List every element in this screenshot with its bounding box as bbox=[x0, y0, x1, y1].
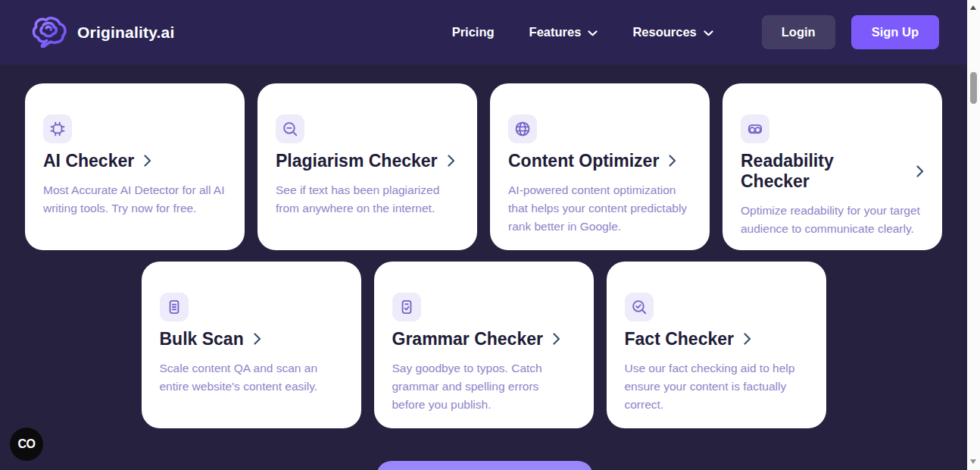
nav-item-pricing[interactable]: Pricing bbox=[452, 25, 495, 39]
nav-item-features[interactable]: Features bbox=[529, 25, 598, 39]
nav-item-resources[interactable]: Resources bbox=[632, 25, 713, 39]
brain-icon bbox=[30, 14, 68, 51]
goggles-icon bbox=[741, 114, 769, 143]
features-grid: AI Checker Most Accurate AI Detector for… bbox=[0, 64, 967, 428]
card-description: Use our fact checking aid to help ensure… bbox=[625, 359, 808, 414]
card-title-text: Content Optimizer bbox=[508, 151, 659, 171]
card-title-text: Bulk Scan bbox=[160, 329, 244, 349]
card-row-2: Bulk Scan Scale content QA and scan an e… bbox=[0, 262, 967, 428]
login-button[interactable]: Login bbox=[762, 15, 835, 49]
globe-icon bbox=[508, 114, 537, 143]
document-lines-icon bbox=[160, 293, 189, 321]
card-title: AI Checker bbox=[43, 151, 226, 171]
card-title: Plagiarism Checker bbox=[276, 151, 459, 171]
card-title: Readability Checker bbox=[741, 151, 924, 192]
card-title: Grammar Checker bbox=[392, 329, 576, 349]
co-widget-button[interactable]: CO bbox=[10, 428, 43, 461]
card-row-1: AI Checker Most Accurate AI Detector for… bbox=[0, 83, 967, 250]
scroll-down-arrow-icon[interactable] bbox=[970, 459, 976, 464]
clipboard-check-icon bbox=[392, 293, 421, 321]
card-title-text: AI Checker bbox=[43, 151, 134, 171]
card-title-text: Readability Checker bbox=[741, 151, 907, 192]
card-plagiarism-checker[interactable]: Plagiarism Checker See if text has been … bbox=[257, 83, 477, 250]
chevron-down-icon bbox=[704, 25, 713, 39]
card-description: See if text has been plagiarized from an… bbox=[276, 181, 459, 218]
scroll-up-arrow-icon[interactable] bbox=[970, 5, 976, 10]
card-title: Fact Checker bbox=[625, 329, 808, 349]
card-ai-checker[interactable]: AI Checker Most Accurate AI Detector for… bbox=[25, 83, 245, 250]
main-nav: Pricing Features Resources bbox=[452, 25, 713, 39]
card-description: AI-powered content optimization that hel… bbox=[508, 181, 691, 236]
chip-icon bbox=[43, 114, 72, 143]
chevron-right-icon bbox=[744, 329, 751, 349]
cta-button-partial[interactable] bbox=[376, 461, 593, 470]
header: Originality.ai Pricing Features Resource… bbox=[0, 0, 967, 64]
scrollbar-thumb[interactable] bbox=[970, 72, 977, 104]
signup-button[interactable]: Sign Up bbox=[851, 15, 939, 49]
chevron-right-icon bbox=[448, 151, 455, 171]
page: Originality.ai Pricing Features Resource… bbox=[0, 0, 967, 470]
card-title: Bulk Scan bbox=[160, 329, 343, 349]
nav-item-label: Features bbox=[529, 25, 582, 39]
brand-name: Originality.ai bbox=[77, 24, 174, 42]
card-content-optimizer[interactable]: Content Optimizer AI-powered content opt… bbox=[490, 83, 710, 250]
nav-item-label: Resources bbox=[632, 25, 696, 39]
card-title-text: Plagiarism Checker bbox=[276, 151, 438, 171]
card-fact-checker[interactable]: Fact Checker Use our fact checking aid t… bbox=[607, 262, 826, 428]
card-description: Most Accurate AI Detector for all AI wri… bbox=[43, 181, 226, 218]
card-description: Scale content QA and scan an entire webs… bbox=[160, 359, 343, 396]
search-check-icon bbox=[625, 293, 654, 321]
nav-item-label: Pricing bbox=[452, 25, 495, 39]
card-readability-checker[interactable]: Readability Checker Optimize readability… bbox=[723, 83, 942, 250]
chevron-right-icon bbox=[553, 329, 560, 349]
chevron-down-icon bbox=[588, 25, 598, 39]
card-title-text: Grammar Checker bbox=[392, 329, 543, 349]
card-title: Content Optimizer bbox=[508, 151, 691, 171]
chevron-right-icon bbox=[254, 329, 261, 349]
card-bulk-scan[interactable]: Bulk Scan Scale content QA and scan an e… bbox=[142, 262, 361, 428]
zoom-out-icon bbox=[276, 114, 304, 143]
vertical-scrollbar[interactable] bbox=[967, 0, 980, 470]
card-grammar-checker[interactable]: Grammar Checker Say goodbye to typos. Ca… bbox=[374, 262, 594, 428]
card-description: Optimize readability for your target aud… bbox=[741, 202, 924, 238]
auth-buttons: Login Sign Up bbox=[762, 15, 939, 49]
chevron-right-icon bbox=[669, 151, 676, 171]
chevron-right-icon bbox=[916, 161, 924, 182]
card-title-text: Fact Checker bbox=[625, 329, 734, 349]
chevron-right-icon bbox=[144, 151, 151, 171]
card-description: Say goodbye to typos. Catch grammar and … bbox=[392, 359, 576, 414]
brand-logo[interactable]: Originality.ai bbox=[30, 14, 174, 51]
